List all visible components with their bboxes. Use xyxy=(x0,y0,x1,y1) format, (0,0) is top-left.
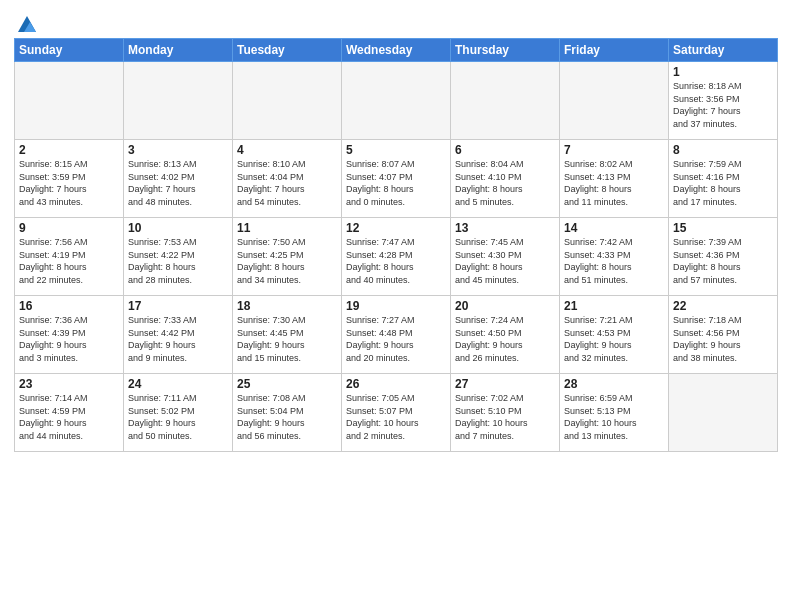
calendar-day-cell: 18Sunrise: 7:30 AM Sunset: 4:45 PM Dayli… xyxy=(233,296,342,374)
day-number: 7 xyxy=(564,143,664,157)
day-number: 25 xyxy=(237,377,337,391)
day-number: 4 xyxy=(237,143,337,157)
calendar-day-cell: 15Sunrise: 7:39 AM Sunset: 4:36 PM Dayli… xyxy=(669,218,778,296)
calendar-day-header: Saturday xyxy=(669,39,778,62)
day-number: 15 xyxy=(673,221,773,235)
day-info: Sunrise: 7:02 AM Sunset: 5:10 PM Dayligh… xyxy=(455,392,555,442)
calendar-day-cell: 13Sunrise: 7:45 AM Sunset: 4:30 PM Dayli… xyxy=(451,218,560,296)
calendar-day-header: Wednesday xyxy=(342,39,451,62)
day-number: 10 xyxy=(128,221,228,235)
calendar-day-cell: 12Sunrise: 7:47 AM Sunset: 4:28 PM Dayli… xyxy=(342,218,451,296)
day-info: Sunrise: 7:21 AM Sunset: 4:53 PM Dayligh… xyxy=(564,314,664,364)
day-number: 20 xyxy=(455,299,555,313)
day-number: 23 xyxy=(19,377,119,391)
calendar-day-cell xyxy=(451,62,560,140)
calendar-day-header: Sunday xyxy=(15,39,124,62)
calendar-day-cell: 25Sunrise: 7:08 AM Sunset: 5:04 PM Dayli… xyxy=(233,374,342,452)
day-number: 19 xyxy=(346,299,446,313)
day-info: Sunrise: 7:36 AM Sunset: 4:39 PM Dayligh… xyxy=(19,314,119,364)
calendar-week-row: 9Sunrise: 7:56 AM Sunset: 4:19 PM Daylig… xyxy=(15,218,778,296)
day-info: Sunrise: 8:13 AM Sunset: 4:02 PM Dayligh… xyxy=(128,158,228,208)
day-info: Sunrise: 7:08 AM Sunset: 5:04 PM Dayligh… xyxy=(237,392,337,442)
calendar-day-cell: 24Sunrise: 7:11 AM Sunset: 5:02 PM Dayli… xyxy=(124,374,233,452)
day-info: Sunrise: 7:53 AM Sunset: 4:22 PM Dayligh… xyxy=(128,236,228,286)
day-info: Sunrise: 7:50 AM Sunset: 4:25 PM Dayligh… xyxy=(237,236,337,286)
day-info: Sunrise: 7:42 AM Sunset: 4:33 PM Dayligh… xyxy=(564,236,664,286)
day-number: 13 xyxy=(455,221,555,235)
calendar-day-cell: 10Sunrise: 7:53 AM Sunset: 4:22 PM Dayli… xyxy=(124,218,233,296)
day-info: Sunrise: 7:24 AM Sunset: 4:50 PM Dayligh… xyxy=(455,314,555,364)
calendar-day-cell xyxy=(233,62,342,140)
calendar-day-cell: 19Sunrise: 7:27 AM Sunset: 4:48 PM Dayli… xyxy=(342,296,451,374)
day-info: Sunrise: 8:18 AM Sunset: 3:56 PM Dayligh… xyxy=(673,80,773,130)
day-number: 12 xyxy=(346,221,446,235)
day-number: 27 xyxy=(455,377,555,391)
calendar-day-header: Friday xyxy=(560,39,669,62)
calendar-day-cell: 27Sunrise: 7:02 AM Sunset: 5:10 PM Dayli… xyxy=(451,374,560,452)
calendar-day-cell: 4Sunrise: 8:10 AM Sunset: 4:04 PM Daylig… xyxy=(233,140,342,218)
calendar-table: SundayMondayTuesdayWednesdayThursdayFrid… xyxy=(14,38,778,452)
calendar-day-header: Tuesday xyxy=(233,39,342,62)
calendar-week-row: 1Sunrise: 8:18 AM Sunset: 3:56 PM Daylig… xyxy=(15,62,778,140)
day-number: 28 xyxy=(564,377,664,391)
calendar-day-cell: 17Sunrise: 7:33 AM Sunset: 4:42 PM Dayli… xyxy=(124,296,233,374)
day-info: Sunrise: 8:02 AM Sunset: 4:13 PM Dayligh… xyxy=(564,158,664,208)
calendar-day-cell xyxy=(342,62,451,140)
day-number: 1 xyxy=(673,65,773,79)
day-info: Sunrise: 8:04 AM Sunset: 4:10 PM Dayligh… xyxy=(455,158,555,208)
day-number: 26 xyxy=(346,377,446,391)
calendar-day-cell: 3Sunrise: 8:13 AM Sunset: 4:02 PM Daylig… xyxy=(124,140,233,218)
calendar-week-row: 16Sunrise: 7:36 AM Sunset: 4:39 PM Dayli… xyxy=(15,296,778,374)
day-info: Sunrise: 7:59 AM Sunset: 4:16 PM Dayligh… xyxy=(673,158,773,208)
day-info: Sunrise: 7:11 AM Sunset: 5:02 PM Dayligh… xyxy=(128,392,228,442)
day-info: Sunrise: 6:59 AM Sunset: 5:13 PM Dayligh… xyxy=(564,392,664,442)
day-number: 9 xyxy=(19,221,119,235)
calendar-day-cell: 14Sunrise: 7:42 AM Sunset: 4:33 PM Dayli… xyxy=(560,218,669,296)
day-info: Sunrise: 7:47 AM Sunset: 4:28 PM Dayligh… xyxy=(346,236,446,286)
calendar-day-cell: 11Sunrise: 7:50 AM Sunset: 4:25 PM Dayli… xyxy=(233,218,342,296)
calendar-day-cell xyxy=(124,62,233,140)
day-info: Sunrise: 8:10 AM Sunset: 4:04 PM Dayligh… xyxy=(237,158,337,208)
day-number: 8 xyxy=(673,143,773,157)
day-number: 18 xyxy=(237,299,337,313)
calendar-day-cell: 5Sunrise: 8:07 AM Sunset: 4:07 PM Daylig… xyxy=(342,140,451,218)
calendar-day-cell: 22Sunrise: 7:18 AM Sunset: 4:56 PM Dayli… xyxy=(669,296,778,374)
calendar-week-row: 23Sunrise: 7:14 AM Sunset: 4:59 PM Dayli… xyxy=(15,374,778,452)
calendar-day-cell: 21Sunrise: 7:21 AM Sunset: 4:53 PM Dayli… xyxy=(560,296,669,374)
day-number: 6 xyxy=(455,143,555,157)
calendar-day-cell: 8Sunrise: 7:59 AM Sunset: 4:16 PM Daylig… xyxy=(669,140,778,218)
day-number: 2 xyxy=(19,143,119,157)
day-info: Sunrise: 8:07 AM Sunset: 4:07 PM Dayligh… xyxy=(346,158,446,208)
calendar-day-cell: 26Sunrise: 7:05 AM Sunset: 5:07 PM Dayli… xyxy=(342,374,451,452)
day-info: Sunrise: 7:14 AM Sunset: 4:59 PM Dayligh… xyxy=(19,392,119,442)
calendar-day-cell: 7Sunrise: 8:02 AM Sunset: 4:13 PM Daylig… xyxy=(560,140,669,218)
logo-icon xyxy=(16,14,38,36)
day-number: 11 xyxy=(237,221,337,235)
day-number: 16 xyxy=(19,299,119,313)
calendar-day-cell: 23Sunrise: 7:14 AM Sunset: 4:59 PM Dayli… xyxy=(15,374,124,452)
day-number: 3 xyxy=(128,143,228,157)
day-number: 14 xyxy=(564,221,664,235)
calendar-day-cell: 20Sunrise: 7:24 AM Sunset: 4:50 PM Dayli… xyxy=(451,296,560,374)
day-info: Sunrise: 7:45 AM Sunset: 4:30 PM Dayligh… xyxy=(455,236,555,286)
day-info: Sunrise: 7:39 AM Sunset: 4:36 PM Dayligh… xyxy=(673,236,773,286)
day-number: 21 xyxy=(564,299,664,313)
day-info: Sunrise: 7:27 AM Sunset: 4:48 PM Dayligh… xyxy=(346,314,446,364)
day-info: Sunrise: 7:33 AM Sunset: 4:42 PM Dayligh… xyxy=(128,314,228,364)
day-number: 22 xyxy=(673,299,773,313)
day-info: Sunrise: 7:56 AM Sunset: 4:19 PM Dayligh… xyxy=(19,236,119,286)
calendar-header-row: SundayMondayTuesdayWednesdayThursdayFrid… xyxy=(15,39,778,62)
calendar-day-header: Monday xyxy=(124,39,233,62)
calendar-day-cell: 2Sunrise: 8:15 AM Sunset: 3:59 PM Daylig… xyxy=(15,140,124,218)
calendar-day-cell: 16Sunrise: 7:36 AM Sunset: 4:39 PM Dayli… xyxy=(15,296,124,374)
calendar-day-cell: 1Sunrise: 8:18 AM Sunset: 3:56 PM Daylig… xyxy=(669,62,778,140)
calendar-container: SundayMondayTuesdayWednesdayThursdayFrid… xyxy=(0,0,792,612)
calendar-day-cell xyxy=(15,62,124,140)
day-info: Sunrise: 7:18 AM Sunset: 4:56 PM Dayligh… xyxy=(673,314,773,364)
day-number: 5 xyxy=(346,143,446,157)
calendar-day-cell xyxy=(669,374,778,452)
day-number: 24 xyxy=(128,377,228,391)
day-info: Sunrise: 7:05 AM Sunset: 5:07 PM Dayligh… xyxy=(346,392,446,442)
calendar-day-cell: 28Sunrise: 6:59 AM Sunset: 5:13 PM Dayli… xyxy=(560,374,669,452)
day-number: 17 xyxy=(128,299,228,313)
